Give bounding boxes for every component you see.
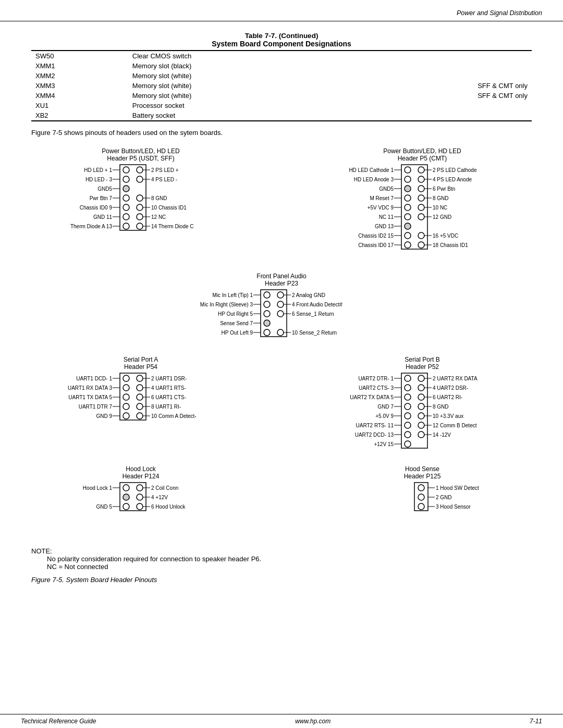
svg-point-216 [123,503,129,510]
svg-point-219 [137,503,143,510]
svg-point-183 [405,422,411,428]
table-row: SW50Clear CMOS switch [31,51,532,61]
svg-point-180 [405,394,411,400]
svg-text:4 UART1 RTS-: 4 UART1 RTS- [151,385,186,391]
diagram-p5-cmt: Power Button/LED, HD LED Header P5 (CMT)… [313,146,532,261]
diagram-row-3: Serial Port A Header P54 UART1 DCD- 1 UA… [31,354,532,453]
svg-text:10 Comm A Detect-: 10 Comm A Detect- [151,413,197,419]
svg-point-111 [264,311,270,317]
svg-text:10 Chassis ID1: 10 Chassis ID1 [151,205,187,211]
svg-text:GND 11: GND 11 [93,214,113,220]
svg-text:18 Chassis ID1: 18 Chassis ID1 [433,242,468,248]
svg-point-68 [405,214,411,220]
svg-point-185 [405,441,411,447]
svg-text:+12V 15: +12V 15 [374,441,394,447]
svg-text:Serial Port A: Serial Port A [124,356,158,363]
svg-text:UART1 DCD- 1: UART1 DCD- 1 [76,376,112,381]
diagram-p125: Hood Sense Header P125 1 Hood SW Detect … [313,464,532,537]
svg-text:6 Hood Unlock: 6 Hood Unlock [151,504,186,510]
svg-point-26 [137,195,143,201]
diagram-p23: Front Panel Audio Header P23 Mic In Left… [172,271,391,344]
table-row: XMM2Memory slot (white) [31,71,532,81]
svg-point-139 [123,375,129,381]
svg-text:Therm Diode A 13: Therm Diode A 13 [70,224,112,229]
svg-text:Chassis ID0 9: Chassis ID0 9 [80,205,113,211]
svg-point-143 [123,413,129,419]
svg-text:2 UART2 RX DATA: 2 UART2 RX DATA [433,376,478,381]
diagram-row-2: Front Panel Audio Header P23 Mic In Left… [31,271,532,344]
svg-text:12 NC: 12 NC [151,214,166,220]
svg-point-114 [277,292,284,298]
svg-text:Hood Lock 1: Hood Lock 1 [83,485,113,491]
svg-text:2 PS LED +: 2 PS LED + [151,167,179,173]
svg-point-178 [405,375,411,381]
svg-point-218 [137,494,143,500]
svg-text:6 UART2 RI-: 6 UART2 RI- [433,394,462,400]
svg-text:M Reset 7: M Reset 7 [370,195,394,201]
table-row: XU1Processor socket [31,101,532,110]
svg-point-66 [405,195,411,201]
svg-text:+5V VDC 9: +5V VDC 9 [368,205,394,211]
diagram-row-1: Power Button/LED, HD LED Header P5 (USDT… [31,146,532,261]
svg-text:Header P125: Header P125 [404,473,441,480]
svg-text:4 Front Audio Detect#: 4 Front Audio Detect# [292,302,342,307]
svg-point-110 [264,301,270,307]
svg-text:2 Analog GND: 2 Analog GND [292,292,325,298]
svg-text:8 GND: 8 GND [433,195,449,201]
svg-point-188 [418,394,424,400]
svg-point-29 [137,223,143,229]
svg-text:GND 5: GND 5 [96,504,112,510]
svg-point-147 [137,403,143,410]
svg-point-184 [405,431,411,438]
svg-text:Front Panel Audio: Front Panel Audio [256,273,307,280]
page-header: Power and Signal Distribution [0,0,563,21]
svg-text:GND5: GND5 [379,186,394,192]
svg-text:UART2 RTS- 11: UART2 RTS- 11 [356,423,394,428]
page-footer: Technical Reference Guide www.hp.com 7-1… [0,714,563,728]
svg-text:3 Hood Sensor: 3 Hood Sensor [436,504,471,510]
svg-text:2 PS LED Cathode: 2 PS LED Cathode [433,167,477,173]
component-table: SW50Clear CMOS switchXMM1Memory slot (bl… [31,50,532,121]
svg-point-20 [123,195,129,201]
svg-text:Power Button/LED, HD LED: Power Button/LED, HD LED [102,147,180,155]
svg-text:UART2 CTS- 3: UART2 CTS- 3 [359,385,394,391]
svg-point-191 [418,422,424,428]
svg-point-148 [137,413,143,419]
svg-point-21 [123,204,129,211]
svg-point-71 [405,242,411,248]
svg-rect-16 [120,165,146,230]
svg-text:4 PS LED Anode: 4 PS LED Anode [433,177,472,182]
svg-text:HD LED - 3: HD LED - 3 [85,177,113,182]
svg-point-78 [418,232,424,239]
svg-text:10 +3.3V aux: 10 +3.3V aux [433,413,463,419]
svg-text:Header P23: Header P23 [265,280,298,287]
svg-text:Header P5 (USDT, SFF): Header P5 (USDT, SFF) [107,155,174,162]
figure-caption-bottom: Figure 7-5. System Board Header Pinouts [31,576,532,584]
svg-text:Power Button/LED, HD LED: Power Button/LED, HD LED [383,147,461,155]
svg-point-217 [137,485,143,491]
svg-text:16 +5 VDC: 16 +5 VDC [433,233,458,239]
svg-point-192 [418,431,424,438]
svg-text:Hood Sense: Hood Sense [405,465,439,473]
footer-center: www.hp.com [295,718,331,725]
svg-point-189 [418,403,424,410]
svg-point-116 [277,311,284,317]
footer-right: 7-11 [530,718,542,725]
table-continued: Table 7-7. (Continued) [31,32,532,40]
table-row: XMM1Memory slot (black) [31,61,532,71]
svg-text:UART2 DTR- 1: UART2 DTR- 1 [358,376,394,381]
svg-text:Pwr Btn 7: Pwr Btn 7 [90,195,113,201]
svg-text:12 GND: 12 GND [433,214,451,220]
svg-point-23 [123,223,129,229]
svg-point-182 [405,413,411,419]
note-label: NOTE: [31,547,532,555]
svg-point-115 [277,301,284,307]
note-lines: No polarity consideration required for c… [47,555,532,571]
svg-point-181 [405,403,411,410]
svg-text:UART2 TX DATA 5: UART2 TX DATA 5 [350,394,394,400]
svg-text:Header P5 (CMT): Header P5 (CMT) [398,155,447,162]
svg-point-79 [418,242,424,248]
svg-text:HD LED Cathode 1: HD LED Cathode 1 [349,167,394,173]
svg-text:UART2 DCD- 13: UART2 DCD- 13 [355,432,394,438]
svg-point-22 [123,214,129,220]
